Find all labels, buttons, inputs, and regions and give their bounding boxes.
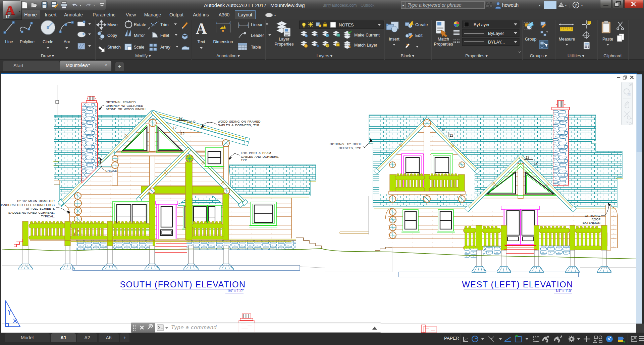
svg-text:hewetth: hewetth (502, 2, 519, 8)
svg-text:Table: Table (251, 45, 261, 50)
svg-text:BYLAY...: BYLAY... (488, 40, 505, 45)
svg-text:12: 12 (173, 126, 177, 130)
svg-text:Polyline: Polyline (20, 40, 35, 44)
svg-text:Stretch: Stretch (107, 45, 121, 50)
svg-text:▾: ▾ (94, 4, 95, 7)
svg-text:WOOD SIDING ON FRAMED: WOOD SIDING ON FRAMED (218, 120, 261, 123)
svg-text:Fillet: Fillet (160, 33, 169, 38)
svg-text:EXTENSION: EXTENSION (583, 221, 600, 224)
svg-text:SADDLE-NOTCHED CORNERS,: SADDLE-NOTCHED CORNERS, (8, 211, 55, 214)
svg-text:OPTIONAL 12" ROOF: OPTIONAL 12" ROOF (330, 142, 362, 146)
svg-text:12: 12 (181, 132, 185, 136)
svg-text:HANDCRAFTED FULL ROUND LOGS: HANDCRAFTED FULL ROUND LOGS (1, 203, 55, 207)
svg-text:2D: 2D (627, 93, 631, 96)
svg-text:Move: Move (107, 22, 118, 27)
svg-text:▾: ▾ (581, 4, 583, 7)
svg-text:OPTIONAL FRAMED: OPTIONAL FRAMED (106, 100, 136, 104)
svg-text:A: A (196, 20, 207, 37)
svg-text:Properties: Properties (434, 42, 453, 47)
svg-text:Create: Create (415, 22, 428, 27)
svg-text:Circle: Circle (43, 40, 53, 44)
svg-text:GABLES & DORMERS, TYP.: GABLES & DORMERS, TYP. (218, 124, 260, 127)
svg-text:Array: Array (160, 45, 171, 50)
svg-text:12: 12 (534, 161, 538, 165)
svg-text:Line: Line (5, 40, 13, 44)
svg-text:▾: ▾ (274, 14, 276, 17)
svg-text:ByLayer: ByLayer (474, 22, 490, 27)
svg-text:CRICKET: CRICKET (105, 169, 119, 172)
svg-text:Text: Text (198, 40, 205, 44)
svg-text:SOUTH (FRONT) ELEVATION: SOUTH (FRONT) ELEVATION (120, 280, 246, 289)
svg-text:Paste: Paste (602, 37, 613, 42)
svg-text:▾: ▾ (565, 4, 567, 7)
svg-text:OPTIONAL: OPTIONAL (585, 214, 600, 217)
svg-text:LOG POST & BEAM: LOG POST & BEAM (241, 151, 271, 155)
svg-text:Trim: Trim (160, 22, 169, 27)
svg-text:Mirror: Mirror (134, 33, 145, 38)
svg-text:Measure: Measure (559, 37, 575, 42)
svg-text:CHIMNEY W/ CULTURED: CHIMNEY W/ CULTURED (106, 104, 143, 108)
svg-text:Insert: Insert (389, 37, 399, 42)
svg-text:Dimension: Dimension (213, 40, 233, 44)
svg-text:Edit: Edit (415, 33, 423, 38)
svg-text:12: 12 (179, 117, 183, 120)
svg-text:Leader: Leader (251, 33, 264, 38)
svg-text:ByLayer: ByLayer (488, 31, 504, 36)
svg-text:Arc: Arc (64, 40, 70, 44)
svg-text:TYP.: TYP. (241, 158, 247, 162)
svg-text:12: 12 (449, 134, 453, 137)
svg-text:GABLES AND DORMERS,: GABLES AND DORMERS, (241, 155, 279, 158)
svg-text:▾: ▾ (539, 4, 540, 7)
svg-text:12"-16" MEAN DIAMETER: 12"-16" MEAN DIAMETER (17, 199, 55, 203)
svg-text:ROOF: ROOF (591, 218, 600, 221)
svg-text:Linear: Linear (251, 22, 263, 27)
svg-text:TYPICAL.: TYPICAL. (41, 215, 55, 218)
svg-text:▾: ▾ (80, 4, 81, 7)
svg-text:1/4" = 1'-0": 1/4" = 1'-0" (227, 289, 244, 293)
svg-text:?: ? (575, 3, 577, 8)
svg-text:Properties: Properties (275, 42, 294, 47)
svg-text:Match Layer: Match Layer (354, 43, 377, 48)
svg-text:w/ FULL SCRIBE &: w/ FULL SCRIBE & (26, 207, 55, 210)
svg-text:Make Current: Make Current (354, 33, 380, 38)
svg-text:Group: Group (525, 37, 537, 42)
svg-text:1/4" = 1'-0": 1/4" = 1'-0" (555, 289, 572, 293)
svg-text:12: 12 (441, 128, 445, 132)
svg-text:3-1/2: 3-1/2 (188, 120, 196, 124)
svg-text:NOTES: NOTES (339, 22, 354, 27)
svg-text:Rotate: Rotate (134, 22, 146, 27)
svg-text:12: 12 (526, 156, 530, 159)
svg-text:Copy: Copy (107, 33, 117, 38)
svg-text:Layer: Layer (279, 37, 289, 42)
svg-text:STONE OR WOOD FINISH.: STONE OR WOOD FINISH. (106, 108, 146, 111)
svg-text:Match: Match (438, 37, 449, 42)
svg-text:Scale: Scale (134, 45, 144, 50)
svg-text:WEST (LEFT) ELEVATION: WEST (LEFT) ELEVATION (462, 280, 573, 289)
svg-text:OFFSETS, TYP.: OFFSETS, TYP. (338, 146, 362, 150)
